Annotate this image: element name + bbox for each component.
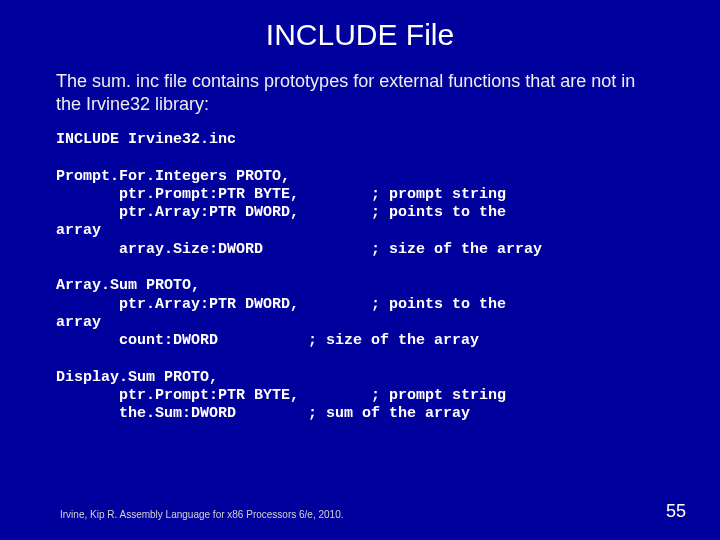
intro-text: The sum. inc file contains prototypes fo… [56,70,664,115]
slide-title: INCLUDE File [56,18,664,52]
page-number: 55 [666,501,686,522]
code-block: INCLUDE Irvine32.inc Prompt.For.Integers… [56,131,664,424]
slide: INCLUDE File The sum. inc file contains … [0,0,720,424]
footer-citation: Irvine, Kip R. Assembly Language for x86… [60,509,344,520]
